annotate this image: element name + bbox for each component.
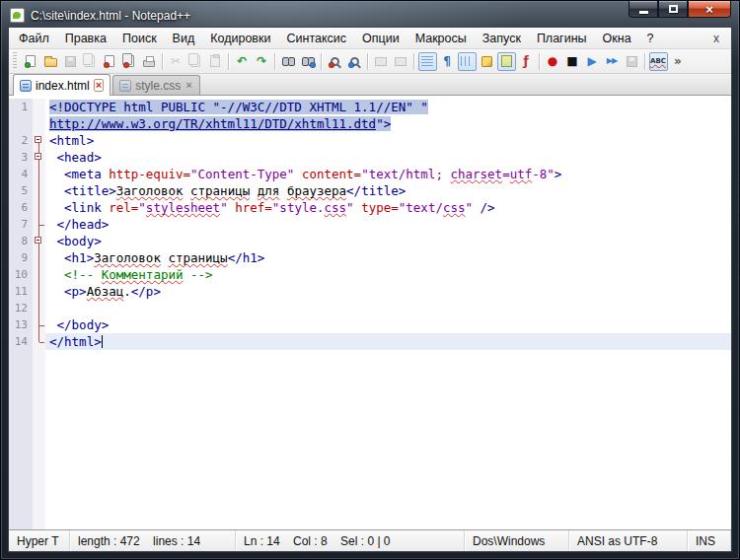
code-line[interactable]: http://www.w3.org/TR/xhtml11/DTD/xhtml11… — [45, 115, 731, 132]
fold-margin[interactable] — [33, 132, 45, 149]
titlebar[interactable]: C:\site\index.html - Notepad++ × — [1, 1, 739, 27]
toolbar: ✂↶↷¶ƒ●■▶▶▶ABC» — [9, 49, 731, 74]
document-map-button[interactable] — [497, 52, 516, 71]
menu-file[interactable]: Файл — [11, 30, 57, 47]
fold-margin[interactable] — [33, 333, 45, 350]
code-line[interactable]: <link rel="stylesheet" href="style.css" … — [45, 199, 731, 216]
menu-run[interactable]: Запуск — [475, 30, 529, 47]
menu-help[interactable]: ? — [639, 30, 662, 47]
code-line[interactable]: <p>Абзац.</p> — [45, 283, 731, 300]
status-bar: Hyper Tlength : 472 lines : 14Ln : 14 Co… — [9, 529, 731, 551]
code-line[interactable]: <!DOCTYPE html PUBLIC "-//W3C//DTD XHTML… — [45, 99, 731, 115]
spell-check-button[interactable]: ABC — [649, 52, 668, 71]
code-line[interactable]: <h1>Заголовок страницы</h1> — [45, 249, 731, 266]
macro-save-button[interactable] — [623, 52, 641, 71]
toolbar-separator — [644, 53, 645, 70]
menu-encodings[interactable]: Кодировки — [202, 30, 278, 47]
tab-close-icon[interactable]: × — [185, 80, 192, 91]
macro-record-button[interactable]: ● — [544, 52, 562, 71]
zoom-in-button[interactable] — [326, 52, 344, 71]
file-icon — [20, 80, 32, 92]
code-row: 2<html> — [9, 132, 731, 149]
toolbar-separator — [228, 53, 229, 70]
code-line[interactable]: </html> — [45, 333, 731, 350]
tab-close-icon[interactable]: × — [94, 79, 104, 92]
save-button[interactable] — [61, 52, 80, 71]
fold-margin[interactable] — [33, 182, 45, 199]
new-file-button[interactable] — [22, 52, 40, 71]
cut-button[interactable]: ✂ — [167, 52, 185, 71]
code-line[interactable]: <title>Заголовок страницы для браузера</… — [45, 182, 731, 199]
function-list-button[interactable]: ƒ — [517, 52, 536, 71]
menu-macros[interactable]: Макросы — [407, 30, 475, 47]
user-language-button[interactable] — [478, 52, 496, 71]
open-button[interactable] — [41, 52, 60, 71]
fold-margin[interactable] — [33, 199, 45, 216]
macro-stop-button[interactable]: ■ — [563, 52, 582, 71]
line-number — [9, 115, 33, 132]
status-insert-mode: INS — [688, 530, 731, 551]
menu-plugins[interactable]: Плагины — [529, 30, 595, 47]
menu-options[interactable]: Опции — [354, 30, 407, 47]
fold-margin[interactable] — [33, 300, 45, 316]
fold-margin[interactable] — [33, 283, 45, 300]
fold-margin[interactable] — [33, 149, 45, 166]
code-row: 12 — [9, 300, 731, 316]
toolbar-overflow-button[interactable]: » — [669, 52, 688, 71]
menu-syntax[interactable]: Синтаксис — [278, 30, 354, 47]
tab-index.html[interactable]: index.html× — [13, 74, 111, 96]
status-doc-stats: length : 472 lines : 14 — [70, 530, 236, 551]
fold-margin[interactable] — [33, 166, 45, 182]
close-window-button[interactable]: × — [688, 1, 731, 18]
print-button[interactable] — [140, 52, 159, 71]
indent-guide-button[interactable] — [458, 52, 477, 71]
code-line[interactable]: </body> — [45, 316, 731, 333]
menubar-close-icon[interactable]: x — [709, 32, 723, 45]
maximize-button[interactable] — [658, 1, 688, 18]
find-button[interactable] — [279, 52, 298, 71]
fold-margin[interactable] — [33, 249, 45, 266]
menu-search[interactable]: Поиск — [114, 30, 165, 47]
code-line[interactable]: </head> — [45, 216, 731, 233]
code-editor[interactable]: 1<!DOCTYPE html PUBLIC "-//W3C//DTD XHTM… — [9, 96, 731, 529]
sync-horizontal-button[interactable] — [392, 52, 410, 71]
tab-style.css[interactable]: style.css× — [112, 75, 199, 95]
show-all-chars-button[interactable]: ¶ — [438, 52, 457, 71]
copy-button[interactable] — [186, 52, 205, 71]
code-line[interactable]: <meta http-equiv="Content-Type" content=… — [45, 166, 731, 182]
sync-vertical-button[interactable] — [372, 52, 391, 71]
menu-windows[interactable]: Окна — [595, 30, 639, 47]
close-all-button[interactable] — [120, 52, 139, 71]
toolbar-separator — [321, 53, 322, 70]
redo-button[interactable]: ↷ — [253, 52, 271, 71]
status-doc-type: Hyper T — [9, 530, 70, 551]
toolbar-grip[interactable] — [13, 52, 17, 70]
code-line[interactable] — [45, 300, 731, 316]
save-all-button[interactable] — [81, 52, 100, 71]
code-line[interactable]: <!-- Комментарий --> — [45, 266, 731, 283]
fold-margin[interactable] — [33, 233, 45, 249]
macro-play-button[interactable]: ▶ — [583, 52, 602, 71]
minimize-button[interactable] — [629, 1, 658, 18]
fold-margin[interactable] — [33, 316, 45, 333]
fold-margin[interactable] — [33, 266, 45, 283]
tab-label: style.css — [135, 79, 181, 93]
fold-margin[interactable] — [33, 115, 45, 132]
code-line[interactable]: <head> — [45, 149, 731, 166]
replace-button[interactable] — [299, 52, 318, 71]
macro-run-multiple-button[interactable]: ▶▶ — [603, 52, 622, 71]
minimize-icon — [639, 11, 648, 14]
fold-margin[interactable] — [33, 99, 45, 115]
menu-view[interactable]: Вид — [165, 30, 203, 47]
undo-button[interactable]: ↶ — [233, 52, 252, 71]
menu-edit[interactable]: Правка — [57, 30, 114, 47]
line-number: 13 — [9, 316, 33, 333]
fold-margin[interactable] — [33, 216, 45, 233]
word-wrap-button[interactable] — [418, 52, 437, 71]
zoom-out-button[interactable] — [345, 52, 364, 71]
close-button[interactable] — [101, 52, 119, 71]
code-line[interactable]: <body> — [45, 233, 731, 249]
paste-button[interactable] — [206, 52, 225, 71]
line-number: 2 — [9, 132, 33, 149]
code-line[interactable]: <html> — [45, 132, 731, 149]
